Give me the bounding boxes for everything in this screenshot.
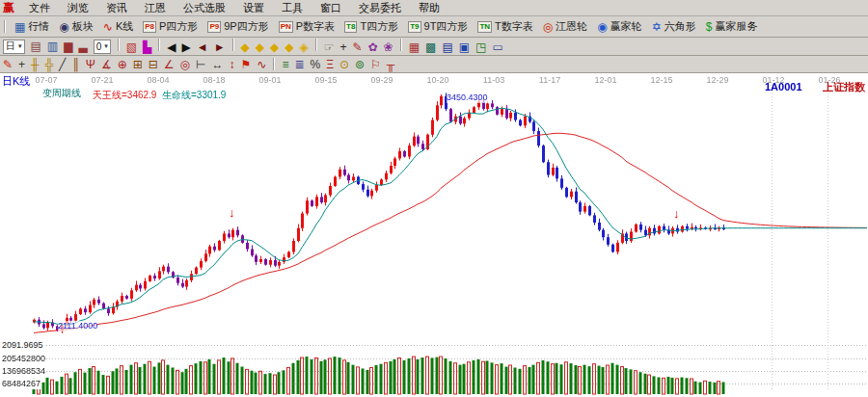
nav-next-icon[interactable]: ►	[214, 40, 226, 54]
stats-icon[interactable]: ≣	[294, 58, 304, 71]
bars-down-icon[interactable]: ▃	[78, 40, 87, 53]
hexagram-button[interactable]: ✡六角形	[649, 19, 699, 34]
chevron-down-icon: ▾	[18, 42, 22, 50]
menu-item[interactable]: 文件	[20, 1, 59, 15]
updown-mark-icon[interactable]: ↕	[230, 58, 235, 71]
life-line-value: 生命线=3301.9	[162, 90, 226, 100]
stamp2-icon[interactable]: ❀	[384, 40, 393, 54]
gann-arrow-left-icon[interactable]: ◆	[256, 40, 264, 54]
alert-icon[interactable]: ▧	[126, 40, 137, 54]
volume-chart-icon[interactable]: ▙	[143, 40, 151, 54]
trend-line-icon[interactable]: ╱	[59, 58, 66, 71]
flag-icon[interactable]: ⚑	[241, 58, 252, 71]
stock-name[interactable]: 上证指数	[823, 82, 865, 93]
draw-line-icon[interactable]: ✎	[353, 40, 363, 54]
gann-arrow-up-icon[interactable]: ◆	[270, 40, 279, 54]
crosshair-tool-icon[interactable]: +	[340, 40, 347, 54]
stock-code[interactable]: 1A0001	[765, 82, 802, 93]
stamp-icon[interactable]: ✿	[368, 40, 378, 54]
t9-square-button[interactable]: T99T四方形	[405, 19, 471, 34]
angle-tool-icon[interactable]: ∠	[164, 58, 175, 71]
fib-retrace-icon[interactable]: ≡	[282, 58, 288, 71]
p-digit-table-button[interactable]: PNP数字表	[276, 19, 338, 34]
nav-first-icon[interactable]: ◀	[167, 40, 176, 54]
compare-icon[interactable]: ▥	[47, 40, 58, 53]
channel-line-icon[interactable]: ║	[71, 58, 80, 71]
pitchfork-icon[interactable]: Ψ	[86, 58, 95, 71]
price-axis-label: 2091.9695	[2, 340, 43, 351]
view-toolbar: 日 ▾ ▤▥▆▃ 0 ▾ ▧▙◀▶◄►◆◆◆◆◈☞+✎✿❀▦▩▤▣◳▭	[0, 38, 868, 56]
t-digit-table-button[interactable]: TNT数字表	[475, 19, 535, 34]
winner-service-button[interactable]: $赢家服务	[703, 19, 761, 34]
t-square-button[interactable]: T8T四方形	[341, 19, 401, 34]
separator	[400, 39, 402, 51]
gann-arrow-right-icon[interactable]: ◆	[241, 40, 250, 54]
square-cycle-icon[interactable]: ⊞	[133, 58, 143, 71]
target-icon[interactable]: ⊚	[355, 58, 365, 71]
wave-icon[interactable]: ∿	[257, 58, 266, 71]
low-price-label: 2111.4000	[58, 321, 97, 331]
hand-tool-icon[interactable]: ☞	[324, 40, 335, 54]
channel-mode-label[interactable]: 变周期线	[42, 88, 81, 98]
signal-arrow-down-icon: ↓	[673, 208, 680, 219]
toolbar-button-label: 赢家轮	[610, 19, 642, 34]
t-square-icon: T8	[344, 21, 357, 33]
golden-section-icon[interactable]: Ξ	[326, 58, 334, 71]
toolbar-button-label: 9P四方形	[224, 19, 268, 34]
volume-axis-label: 205452800	[2, 354, 45, 364]
gann-arrow-cross-icon[interactable]: ◈	[300, 40, 309, 54]
bars-up-icon[interactable]: ▆	[64, 40, 72, 53]
gann-grid-icon[interactable]: ╫	[31, 58, 40, 71]
period-value: 日	[6, 40, 15, 53]
time-cycle-icon[interactable]: ⊟	[149, 58, 158, 71]
multi-view-icon[interactable]: ▤	[31, 40, 41, 53]
menu-item[interactable]: 窗口	[312, 1, 350, 15]
spreadsheet-icon[interactable]: ▩	[425, 40, 436, 54]
gann-fan-icon[interactable]: ∡	[101, 58, 112, 71]
kline-button[interactable]: ∿K线	[100, 19, 136, 34]
menu-item[interactable]: 江恩	[136, 1, 175, 15]
p9-square-button[interactable]: P99P四方形	[204, 19, 271, 34]
zoom-value: 0	[96, 41, 102, 52]
drawing-toolbar: ✎+╫╬╱║Ψ∡⊕⊞⊟∠◎⊢↔↕⚑∿≡≣%Ξ⊙⊚⚐╥	[0, 56, 868, 73]
menu-item[interactable]: 交易委托	[350, 1, 410, 15]
zoom-level-selector[interactable]: 0 ▾	[94, 40, 111, 54]
winner-wheel-button[interactable]: ◉赢家轮	[594, 19, 644, 34]
calendar-icon[interactable]: ▦	[409, 40, 420, 54]
kline-chart[interactable]	[0, 73, 868, 397]
p-square-icon: P8	[143, 21, 156, 33]
gann-analysis-window: 赢 文件浏览资讯江恩公式选股设置工具窗口交易委托帮助 ▦行情◉板块∿K线P8P四…	[0, 0, 868, 397]
clock-cycle-icon[interactable]: ⊙	[339, 58, 349, 71]
export-icon[interactable]: ◳	[475, 40, 486, 54]
close-window-icon[interactable]: ▭	[492, 40, 502, 54]
tab-daily-kline[interactable]: 日K线	[2, 76, 30, 87]
p-square-button[interactable]: P8P四方形	[140, 19, 201, 34]
gann-arrow-down-icon[interactable]: ◆	[285, 40, 293, 54]
menu-item[interactable]: 设置	[234, 1, 273, 15]
cross-cursor-icon[interactable]: +	[18, 58, 25, 71]
circle-cycle-icon[interactable]: ⊕	[118, 58, 127, 71]
gann-grid2-icon[interactable]: ╬	[45, 58, 54, 71]
winner-service-icon: $	[706, 21, 713, 33]
percent-tool-icon[interactable]: %	[310, 58, 320, 71]
period-selector[interactable]: 日 ▾	[3, 40, 25, 54]
gann-wheel-button[interactable]: ◎江恩轮	[540, 19, 590, 34]
menu-item[interactable]: 公式选股	[175, 1, 234, 15]
nav-last-icon[interactable]: ▶	[182, 40, 191, 54]
measure-icon[interactable]: ↔	[212, 58, 224, 71]
toolbar-button-label: T四方形	[360, 19, 398, 34]
flag2-icon[interactable]: ⚐	[370, 58, 381, 71]
menu-item[interactable]: 浏览	[59, 1, 97, 15]
quotes-button[interactable]: ▦行情	[12, 19, 52, 34]
menu-item[interactable]: 工具	[273, 1, 312, 15]
menu-item[interactable]: 帮助	[410, 1, 448, 15]
spiral-icon[interactable]: ◎	[180, 58, 190, 71]
nav-prev-icon[interactable]: ◄	[197, 40, 208, 54]
gate-line-icon[interactable]: ╥	[387, 58, 395, 71]
ruler-icon[interactable]: ⊢	[196, 58, 205, 71]
quote-list-icon[interactable]: ▤	[442, 40, 452, 54]
sectors-button[interactable]: ◉板块	[56, 19, 95, 34]
screen-icon[interactable]: ▣	[459, 40, 470, 54]
pen-tool-icon[interactable]: ✎	[3, 58, 13, 71]
menu-item[interactable]: 资讯	[97, 1, 136, 15]
